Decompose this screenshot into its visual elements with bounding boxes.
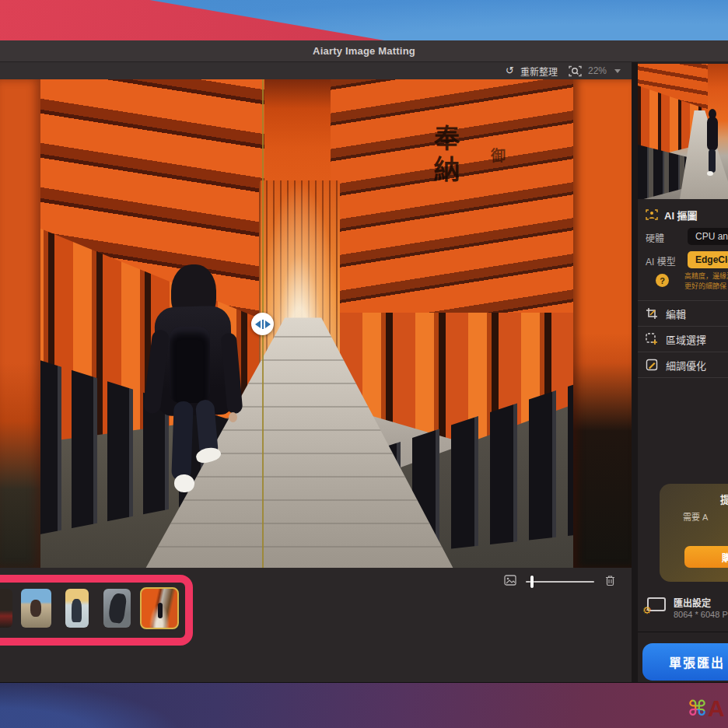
wallpaper-red-shape <box>0 0 404 40</box>
tool-region-select[interactable]: 區域選擇 <box>638 327 728 352</box>
window-title: Aiarty Image Matting <box>313 45 415 57</box>
aiarty-logo: ⌘ A <box>688 695 724 722</box>
promo-heading: 提 <box>720 492 728 506</box>
zoom-caret-icon[interactable] <box>614 69 621 73</box>
single-export-button[interactable]: 單張匯出 <box>642 643 728 681</box>
image-size-icon <box>504 575 516 586</box>
upgrade-promo-card: 提 需要 A 購 <box>660 484 728 582</box>
arrow-right-icon <box>265 320 271 328</box>
export-resolution: 8064 * 6048 P <box>674 610 728 619</box>
right-sidebar: AI 摳圖 硬體 CPU and AI 模型 EdgeClea ? 高精度，邊緣… <box>638 62 728 683</box>
model-hint-text: 高精度，邊緣清 更好的細節保 <box>684 271 728 292</box>
panel-gap <box>632 62 638 683</box>
model-label: AI 模型 <box>646 254 676 268</box>
tool-refine-label: 細調優化 <box>666 358 706 373</box>
tool-edit[interactable]: 編輯 <box>638 301 728 326</box>
tool-edit-label: 編輯 <box>666 306 686 321</box>
promo-buy-button[interactable]: 購 <box>684 546 728 568</box>
screen: Aiarty Image Matting ↺ 重新整理 22% <box>0 0 728 728</box>
desktop-wallpaper-top <box>0 0 728 40</box>
gear-icon: ⚙ <box>642 605 652 615</box>
hardware-row: 硬體 CPU and <box>638 227 728 246</box>
export-settings-label: 匯出設定 <box>674 596 711 609</box>
tool-region-select-label: 區域選擇 <box>666 332 706 347</box>
hardware-dropdown[interactable]: CPU and <box>688 228 728 245</box>
model-hint-row: ? 高精度，邊緣清 更好的細節保 <box>638 274 728 299</box>
model-dropdown[interactable]: EdgeClea <box>688 251 728 268</box>
highlight-annotation-box <box>0 575 193 646</box>
thumb-size-slider-handle[interactable] <box>530 576 534 588</box>
refresh-icon[interactable]: ↺ <box>506 65 514 75</box>
ai-matting-icon <box>646 209 658 220</box>
arrow-left-icon <box>255 320 261 328</box>
refresh-button[interactable]: 重新整理 <box>520 65 558 78</box>
aiarty-logo-icon: ⌘ <box>688 698 707 719</box>
tool-refine[interactable]: 細調優化 <box>638 352 728 377</box>
zoom-tool-icon[interactable] <box>569 65 582 77</box>
desktop-wallpaper-bottom <box>0 683 728 728</box>
hardware-label: 硬體 <box>646 231 664 244</box>
region-select-icon <box>646 333 658 345</box>
walking-person <box>148 263 241 506</box>
thumb-size-slider[interactable] <box>526 581 594 583</box>
compare-slider-handle[interactable] <box>251 313 274 335</box>
help-icon[interactable]: ? <box>656 274 669 287</box>
refine-icon <box>646 359 658 371</box>
export-settings-row[interactable]: ⚙ 匯出設定 8064 * 6048 P <box>638 591 728 632</box>
model-row: AI 模型 EdgeClea <box>638 250 728 269</box>
foreground-pillar-left <box>0 79 40 568</box>
edit-crop-icon <box>646 307 658 320</box>
result-preview-image[interactable] <box>638 64 728 199</box>
trash-icon[interactable] <box>605 575 615 586</box>
zoom-level-value[interactable]: 22% <box>588 65 607 76</box>
ai-matting-title: AI 摳圖 <box>664 208 698 222</box>
window-titlebar[interactable]: Aiarty Image Matting <box>0 40 728 62</box>
pillar-inscription-small: 御 <box>486 148 507 163</box>
foreground-pillar-right <box>573 79 632 568</box>
ai-matting-header[interactable]: AI 摳圖 <box>638 205 728 224</box>
image-canvas[interactable]: 奉納 御 <box>0 79 632 568</box>
promo-body: 需要 A <box>683 510 708 523</box>
canvas-toolbar: ↺ 重新整理 22% <box>0 62 632 79</box>
pillar-inscription: 奉納 <box>426 124 464 187</box>
aiarty-logo-letter: A <box>708 695 724 722</box>
